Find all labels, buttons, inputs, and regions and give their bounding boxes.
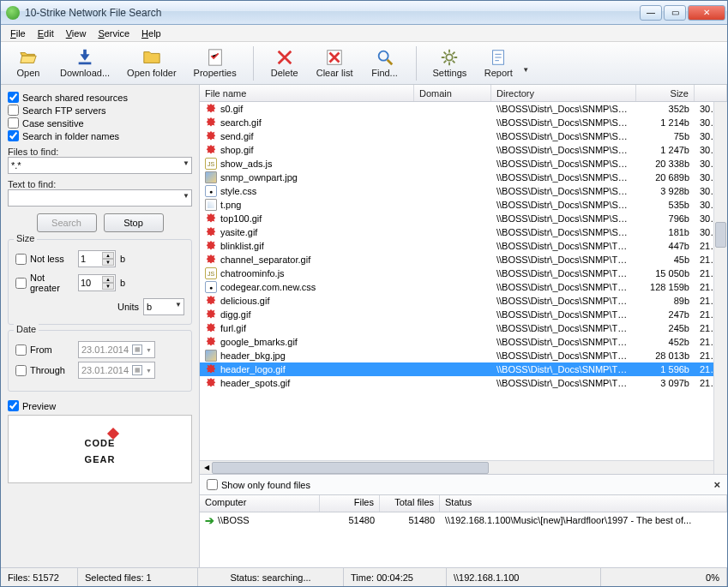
file-row[interactable]: furl.gif\\BOSS\Distr\_Docs\SNMP\Three ..… [200,321,727,335]
window-title: 10-Strike Network File Search [25,7,640,19]
search-ftp-checkbox[interactable]: Search FTP servers [8,105,192,116]
not-less-checkbox[interactable]: Not less [15,254,74,265]
file-dir: \\BOSS\Distr\_Docs\SNMP\Three ... [491,337,636,347]
find-button[interactable]: Find... [363,45,407,81]
file-dir: \\BOSS\Distr\_Docs\SNMP\SNMP ... [491,117,636,128]
toolbar: Open Download... Open folder Properties … [1,42,727,85]
close-button[interactable]: ✕ [688,5,725,21]
open-button[interactable]: Open [6,45,51,81]
file-row[interactable]: delicious.gif\\BOSS\Distr\_Docs\SNMP\Thr… [200,294,727,308]
app-window: 10-Strike Network File Search — ▭ ✕ File… [0,0,728,587]
file-row[interactable]: yasite.gif\\BOSS\Distr\_Docs\SNMP\SNMP .… [200,225,727,239]
file-row[interactable]: ●codegear.com.new.css\\BOSS\Distr\_Docs\… [200,280,727,294]
case-sensitive-checkbox[interactable]: Case sensitive [8,117,192,129]
file-dir: \\BOSS\Distr\_Docs\SNMP\Three ... [491,282,636,292]
file-row[interactable]: JSshow_ads.js\\BOSS\Distr\_Docs\SNMP\SNM… [200,157,727,171]
h-scrollbar[interactable]: ◀ ▶ [200,460,727,474]
file-dir: \\BOSS\Distr\_Docs\SNMP\SNMP ... [491,227,636,237]
close-panel-button[interactable]: × [713,478,720,491]
file-row[interactable]: google_bmarks.gif\\BOSS\Distr\_Docs\SNMP… [200,335,727,349]
computer-row[interactable]: ➔\\BOSS5148051480\\192.168.1.100\Music\[… [200,512,727,528]
download-button[interactable]: Download... [52,45,117,81]
col-directory[interactable]: Directory [491,85,636,101]
col-computer[interactable]: Computer [200,495,320,512]
stop-button[interactable]: Stop [104,213,164,232]
search-folders-checkbox[interactable]: Search in folder names [8,130,192,141]
file-size: 452b [636,337,695,347]
show-only-bar: Show only found files × [200,475,727,495]
file-row[interactable]: JSchatroominfo.js\\BOSS\Distr\_Docs\SNMP… [200,267,727,280]
properties-button[interactable]: Properties [186,45,244,81]
col-files[interactable]: Files [320,495,380,512]
preview-checkbox[interactable]: Preview [8,400,192,411]
gif-icon [205,295,217,307]
gif-icon [205,363,217,375]
file-size: 3 097b [636,378,695,388]
report-button[interactable]: Report [476,45,520,81]
file-name: t.png [220,200,241,210]
text-to-find-label: Text to find: [8,179,192,189]
col-status[interactable]: Status [440,495,727,512]
show-only-found-checkbox[interactable]: Show only found files [207,479,310,490]
file-row[interactable]: digg.gif\\BOSS\Distr\_Docs\SNMP\Three ..… [200,308,727,321]
menu-edit[interactable]: Edit [32,27,60,40]
delete-button[interactable]: Delete [262,45,307,81]
file-row[interactable]: channel_separator.gif\\BOSS\Distr\_Docs\… [200,253,727,267]
col-filename[interactable]: File name [200,85,414,101]
file-dir: \\BOSS\Distr\_Docs\SNMP\SNMP ... [491,172,636,183]
file-row[interactable]: search.gif\\BOSS\Distr\_Docs\SNMP\SNMP .… [200,116,727,129]
clear-list-button[interactable]: Clear list [309,45,361,81]
menu-help[interactable]: Help [135,27,167,40]
file-dir: \\BOSS\Distr\_Docs\SNMP\SNMP ... [491,131,636,141]
col-date[interactable] [695,85,727,101]
file-size: 352b [636,104,695,114]
date-from-input[interactable]: 23.01.2014▦▼ [78,341,155,358]
file-row[interactable]: snmp_ownpart.jpg\\BOSS\Distr\_Docs\SNMP\… [200,171,727,184]
date-from-checkbox[interactable]: From [15,344,74,356]
search-shared-checkbox[interactable]: Search shared resources [8,92,192,103]
units-select[interactable] [143,298,184,315]
settings-button[interactable]: Settings [425,45,475,81]
file-row[interactable]: shop.gif\\BOSS\Distr\_Docs\SNMP\SNMP ...… [200,143,727,157]
not-greater-input[interactable]: 10▲▼ [78,274,116,291]
file-name: digg.gif [220,309,250,320]
results-pane: File name Domain Directory Size s0.gif\\… [200,85,727,567]
open-folder-button[interactable]: Open folder [119,45,184,81]
file-row[interactable]: t.png\\BOSS\Distr\_Docs\SNMP\SNMP ...535… [200,198,727,212]
col-size[interactable]: Size [636,85,695,101]
not-less-input[interactable]: 1▲▼ [78,250,116,267]
not-greater-checkbox[interactable]: Not greater [15,273,74,293]
file-row[interactable]: ●style.css\\BOSS\Distr\_Docs\SNMP\SNMP .… [200,184,727,198]
find-icon [376,48,394,67]
file-row[interactable]: header_spots.gif\\BOSS\Distr\_Docs\SNMP\… [200,376,727,390]
status-files: Files: 51572 [1,568,78,586]
jpg-icon [205,350,217,362]
files-to-find-label: Files to find: [8,147,192,157]
file-row[interactable]: s0.gif\\BOSS\Distr\_Docs\SNMP\SNMP ...35… [200,102,727,116]
search-button[interactable]: Search [37,213,97,232]
file-size: 3 928b [636,186,695,196]
file-name: send.gif [220,131,254,141]
report-dropdown[interactable]: ▼ [522,52,531,74]
menu-file[interactable]: File [4,27,32,40]
menu-service[interactable]: Service [92,27,135,40]
text-to-find-input[interactable] [8,189,192,207]
maximize-button[interactable]: ▭ [664,5,686,21]
menu-view[interactable]: View [60,27,93,40]
file-row[interactable]: top100.gif\\BOSS\Distr\_Docs\SNMP\SNMP .… [200,212,727,225]
file-dir: \\BOSS\Distr\_Docs\SNMP\SNMP ... [491,104,636,114]
col-total[interactable]: Total files [380,495,440,512]
v-scrollbar[interactable] [713,102,727,474]
file-size: 89b [636,296,695,306]
minimize-button[interactable]: — [640,5,662,21]
files-to-find-input[interactable] [8,157,192,174]
file-size: 447b [636,241,695,251]
col-domain[interactable]: Domain [414,85,491,101]
file-row[interactable]: send.gif\\BOSS\Distr\_Docs\SNMP\SNMP ...… [200,129,727,143]
file-row[interactable]: header_logo.gif\\BOSS\Distr\_Docs\SNMP\T… [200,362,727,376]
titlebar[interactable]: 10-Strike Network File Search — ▭ ✕ [1,1,727,25]
file-row[interactable]: header_bkg.jpg\\BOSS\Distr\_Docs\SNMP\Th… [200,349,727,362]
date-through-checkbox[interactable]: Through [15,365,74,376]
date-through-input[interactable]: 23.01.2014▦▼ [78,362,155,379]
file-row[interactable]: blinklist.gif\\BOSS\Distr\_Docs\SNMP\Thr… [200,239,727,253]
